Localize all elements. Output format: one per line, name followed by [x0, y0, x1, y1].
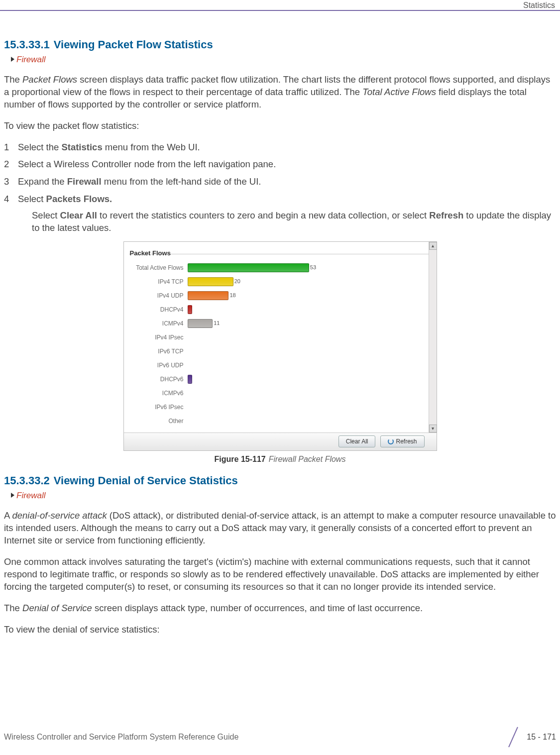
page-number: 15 - 171	[527, 733, 556, 742]
scroll-up-icon[interactable]: ▴	[429, 242, 437, 250]
bar-cell	[188, 305, 429, 314]
step-4-sub: Select Clear All to revert the statistic…	[32, 210, 556, 234]
bar-cell: 11	[188, 319, 429, 328]
bar-row: IPv6 UDP	[129, 359, 429, 372]
bar-label: IPv4 IPsec	[129, 333, 188, 341]
section-heading-2: 15.3.33.2Viewing Denial of Service Stati…	[4, 473, 556, 488]
section-heading-1: 15.3.33.1Viewing Packet Flow Statistics	[4, 37, 556, 52]
header-rule	[0, 10, 560, 11]
refresh-button[interactable]: Refresh	[380, 435, 424, 447]
packet-flows-panel: Packet Flows Total Active Flows53IPv4 TC…	[129, 247, 429, 428]
figure-caption: Figure 15-117Firewall Packet Flows	[4, 454, 556, 465]
breadcrumb-1: Firewall	[11, 54, 556, 66]
dos-paragraph-2: One common attack involves saturating th…	[4, 556, 556, 593]
section-title: Viewing Packet Flow Statistics	[54, 38, 213, 51]
section-number: 15.3.33.1	[4, 38, 50, 51]
bar-row: IPv4 IPsec	[129, 331, 429, 344]
breadcrumb-2: Firewall	[11, 490, 556, 502]
figure-title: Firewall Packet Flows	[269, 455, 346, 463]
page-number-box: 15 - 171	[504, 728, 556, 746]
scrollbar[interactable]: ▴ ▾	[429, 242, 437, 432]
bar-row: IPv4 TCP20	[129, 275, 429, 288]
bar-row: Other	[129, 415, 429, 428]
bar-label: IPv6 IPsec	[129, 403, 188, 411]
scroll-down-icon[interactable]: ▾	[429, 425, 437, 432]
dos-paragraph-1: A denial-of-service attack (DoS attack),…	[4, 510, 556, 547]
breadcrumb-label: Firewall	[16, 55, 46, 64]
bar-label: IPv6 TCP	[129, 347, 188, 355]
bar-label: Total Active Flows	[129, 264, 188, 272]
bar-row: IPv6 IPsec	[129, 401, 429, 414]
figure-number: Figure 15-117	[215, 455, 266, 463]
running-head: Statistics	[523, 1, 555, 10]
lead-in-2: To view the denial of service statistics…	[4, 624, 556, 636]
bar	[188, 263, 309, 272]
bar-row: ICMPv6	[129, 387, 429, 400]
triangle-right-icon	[11, 57, 14, 62]
bar-label: ICMPv6	[129, 389, 188, 397]
bar-value: 11	[214, 320, 220, 327]
bar-row: DHCPv4	[129, 303, 429, 316]
section-number: 15.3.33.2	[4, 474, 50, 487]
bar-cell: 53	[188, 263, 429, 272]
dos-paragraph-3: The Denial of Service screen displays at…	[4, 602, 556, 615]
lead-in-1: To view the packet flow statistics:	[4, 120, 556, 132]
bar-row: Total Active Flows53	[129, 261, 429, 274]
step-3: Expand the Firewall menu from the left-h…	[4, 176, 556, 188]
refresh-icon	[388, 438, 394, 444]
slash-divider-icon	[504, 728, 522, 746]
bar-label: DHCPv6	[129, 375, 188, 383]
intro-paragraph: The Packet Flows screen displays data tr…	[4, 74, 556, 111]
step-2: Select a Wireless Controller node from t…	[4, 158, 556, 171]
bar-label: IPv4 UDP	[129, 292, 188, 300]
page-footer: Wireless Controller and Service Platform…	[4, 728, 556, 746]
bar-chart: Total Active Flows53IPv4 TCP20IPv4 UDP18…	[129, 254, 429, 428]
bar	[188, 375, 192, 384]
bar-cell	[188, 375, 429, 384]
bar-label: Other	[129, 417, 188, 425]
bar-label: IPv6 UDP	[129, 361, 188, 369]
bar-row: IPv4 UDP18	[129, 289, 429, 302]
bar-row: DHCPv6	[129, 373, 429, 386]
bar-cell: 20	[188, 277, 429, 286]
bar	[188, 277, 233, 286]
bar-label: ICMPv4	[129, 320, 188, 327]
clear-all-button[interactable]: Clear All	[338, 435, 376, 447]
footer-guide-title: Wireless Controller and Service Platform…	[4, 733, 238, 742]
page-content: 15.3.33.1Viewing Packet Flow Statistics …	[4, 37, 556, 725]
bar	[188, 291, 229, 300]
bar-value: 18	[229, 292, 235, 299]
bar-row: IPv6 TCP	[129, 345, 429, 358]
triangle-right-icon	[11, 493, 14, 498]
bar-label: IPv4 TCP	[129, 278, 188, 286]
bar-row: ICMPv411	[129, 317, 429, 330]
bar-label: DHCPv4	[129, 306, 188, 314]
bar	[188, 319, 213, 328]
bar	[188, 305, 192, 314]
section-title: Viewing Denial of Service Statistics	[54, 474, 238, 487]
step-1: Select the Statistics menu from the Web …	[4, 141, 556, 154]
step-4: Select Packets Flows. Select Clear All t…	[4, 193, 556, 234]
bar-cell: 18	[188, 291, 429, 300]
figure-wrap: ▴ ▾ Packet Flows Total Active Flows53IPv…	[4, 241, 556, 464]
breadcrumb-label: Firewall	[16, 491, 46, 500]
figure-screenshot: ▴ ▾ Packet Flows Total Active Flows53IPv…	[123, 241, 437, 451]
bar-value: 53	[310, 264, 316, 271]
steps-list: Select the Statistics menu from the Web …	[4, 141, 556, 235]
button-row: Clear All Refresh	[124, 432, 437, 450]
bar-value: 20	[234, 278, 240, 285]
